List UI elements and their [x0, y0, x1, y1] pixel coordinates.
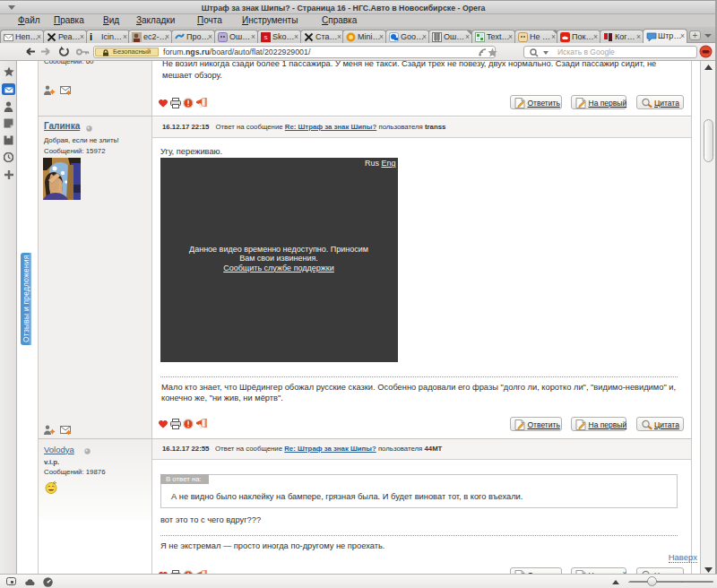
svg-text:S: S	[263, 35, 267, 40]
